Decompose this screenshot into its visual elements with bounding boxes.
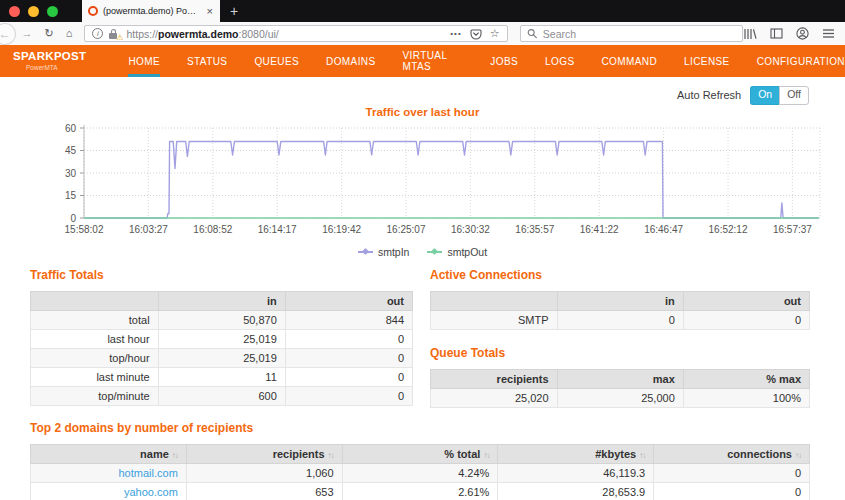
column-header-connections[interactable]: connections↑↓	[654, 444, 810, 463]
search-input[interactable]	[541, 27, 736, 41]
svg-text:16:08:52: 16:08:52	[193, 224, 232, 235]
window-close-button[interactable]	[9, 6, 20, 17]
svg-text:0: 0	[70, 212, 76, 223]
svg-text:16:30:32: 16:30:32	[451, 224, 490, 235]
traffic-chart: 01530456015:58:0216:03:2716:08:5216:14:1…	[0, 120, 845, 250]
svg-text:16:25:07: 16:25:07	[387, 224, 426, 235]
table-row: yahoo.com 653 2.61% 28,653.9 0	[31, 482, 810, 500]
page-info-icon[interactable]: i	[92, 28, 103, 39]
app-navbar: SPARKPOST PowerMTA HOME STATUS QUEUES DO…	[0, 45, 845, 77]
sort-icon: ↑↓	[172, 451, 178, 460]
browser-titlebar: (powermta.demo) PowerMTA W × +	[0, 0, 845, 22]
traffic-totals-title: Traffic Totals	[30, 268, 413, 282]
table-row: SMTP00	[431, 310, 810, 329]
tab-close-icon[interactable]: ×	[206, 6, 214, 17]
auto-refresh-label: Auto Refresh	[677, 89, 741, 101]
library-icon[interactable]	[743, 28, 757, 40]
forward-button[interactable]: →	[16, 22, 39, 45]
nav-item-jobs[interactable]: JOBS	[490, 45, 518, 77]
auto-refresh-off-button[interactable]: Off	[779, 86, 809, 105]
svg-text:16:46:47: 16:46:47	[644, 224, 683, 235]
column-header-kbytes[interactable]: #kbytes↑↓	[498, 444, 654, 463]
active-connections-title: Active Connections	[430, 268, 810, 282]
chart-legend: smtpIn smtpOut	[0, 246, 845, 258]
nav-item-command[interactable]: COMMAND	[601, 45, 657, 77]
bookmark-star-icon[interactable]: ☆	[490, 27, 500, 40]
svg-text:15:58:02: 15:58:02	[65, 224, 104, 235]
window-zoom-button[interactable]	[47, 6, 58, 17]
auto-refresh-toggle: On Off	[750, 86, 809, 105]
table-header-row: recipients max % max	[431, 369, 810, 388]
sort-icon: ↑↓	[483, 451, 489, 460]
table-row: last minute110	[31, 367, 413, 386]
smtpout-marker-icon	[427, 251, 442, 253]
browser-tab[interactable]: (powermta.demo) PowerMTA W ×	[82, 0, 220, 22]
nav-item-home[interactable]: HOME	[128, 45, 160, 77]
queue-totals-table: recipients max % max 25,02025,000100%	[430, 369, 810, 408]
site-favicon-icon	[88, 6, 98, 16]
nav-item-virtual-mtas[interactable]: VIRTUAL MTAS	[403, 45, 464, 77]
account-icon[interactable]	[796, 27, 809, 40]
new-tab-button[interactable]: +	[220, 0, 248, 22]
url-bar[interactable]: i ⚠ https://powermta.demo:8080/ui/ ••• ☆	[84, 25, 507, 42]
back-button[interactable]: ←	[0, 23, 16, 45]
nav-menu: HOME STATUS QUEUES DOMAINS VIRTUAL MTAS …	[128, 45, 845, 77]
domain-link[interactable]: hotmail.com	[119, 467, 178, 479]
logo-brand-text: SPARKPOST	[13, 51, 86, 63]
sort-icon: ↑↓	[328, 451, 334, 460]
window-minimize-button[interactable]	[28, 6, 39, 17]
reload-button[interactable]: ↻	[39, 22, 60, 45]
top-domains-title: Top 2 domains by number of recipients	[30, 421, 810, 435]
table-row: 25,02025,000100%	[431, 388, 810, 407]
home-button[interactable]: ⌂	[60, 22, 79, 45]
svg-text:45: 45	[65, 145, 77, 156]
active-connections-table: in out SMTP00	[430, 291, 810, 330]
svg-text:16:35:57: 16:35:57	[515, 224, 554, 235]
top-domains-table: name↑↓ recipients↑↓ % total↑↓ #kbytes↑↓ …	[30, 444, 810, 500]
chart-title: Traffic over last hour	[0, 106, 845, 118]
queue-totals-title: Queue Totals	[430, 346, 810, 360]
column-header-recipients[interactable]: recipients↑↓	[186, 444, 342, 463]
nav-item-queues[interactable]: QUEUES	[254, 45, 299, 77]
nav-item-logs[interactable]: LOGS	[545, 45, 574, 77]
insecure-lock-icon[interactable]: ⚠	[108, 27, 121, 40]
traffic-totals-table: in out total50,870844 last hour25,0190 t…	[30, 291, 413, 406]
nav-item-configuration[interactable]: CONFIGURATION	[757, 45, 845, 77]
column-header-percent-total[interactable]: % total↑↓	[342, 444, 498, 463]
nav-item-domains[interactable]: DOMAINS	[326, 45, 375, 77]
pocket-icon[interactable]	[470, 28, 482, 40]
svg-text:16:41:22: 16:41:22	[580, 224, 619, 235]
auto-refresh-on-button[interactable]: On	[750, 86, 779, 105]
svg-text:16:19:42: 16:19:42	[322, 224, 361, 235]
table-header-row: in out	[431, 291, 810, 310]
table-row: last hour25,0190	[31, 329, 413, 348]
svg-text:16:14:17: 16:14:17	[258, 224, 297, 235]
search-bar[interactable]	[520, 25, 743, 42]
search-icon	[527, 28, 537, 39]
svg-text:16:03:27: 16:03:27	[129, 224, 168, 235]
sort-icon: ↑↓	[795, 451, 801, 460]
nav-item-status[interactable]: STATUS	[187, 45, 227, 77]
table-header-row: in out	[31, 291, 413, 310]
menu-icon[interactable]	[822, 28, 835, 39]
logo-product-text: PowerMTA	[13, 65, 86, 72]
sparkpost-logo[interactable]: SPARKPOST PowerMTA	[13, 45, 86, 77]
nav-item-license[interactable]: LICENSE	[684, 45, 730, 77]
page-actions-icon[interactable]: •••	[450, 29, 461, 38]
legend-item-smtpout[interactable]: smtpOut	[427, 246, 487, 258]
sidebar-icon[interactable]	[770, 28, 783, 39]
window-controls	[0, 0, 70, 22]
column-header-name[interactable]: name↑↓	[31, 444, 187, 463]
svg-text:30: 30	[65, 167, 77, 178]
svg-text:16:52:12: 16:52:12	[709, 224, 748, 235]
sort-icon: ↑↓	[639, 451, 645, 460]
browser-toolbar: ← → ↻ ⌂ i ⚠ https://powermta.demo:8080/u…	[0, 22, 845, 45]
table-row: top/minute6000	[31, 386, 413, 405]
smtpin-marker-icon	[358, 251, 373, 253]
legend-item-smtpin[interactable]: smtpIn	[358, 246, 410, 258]
table-row: total50,870844	[31, 310, 413, 329]
table-header-row: name↑↓ recipients↑↓ % total↑↓ #kbytes↑↓ …	[31, 444, 810, 463]
svg-text:15: 15	[65, 190, 77, 201]
tab-title: (powermta.demo) PowerMTA W	[103, 6, 201, 16]
domain-link[interactable]: yahoo.com	[124, 486, 178, 498]
